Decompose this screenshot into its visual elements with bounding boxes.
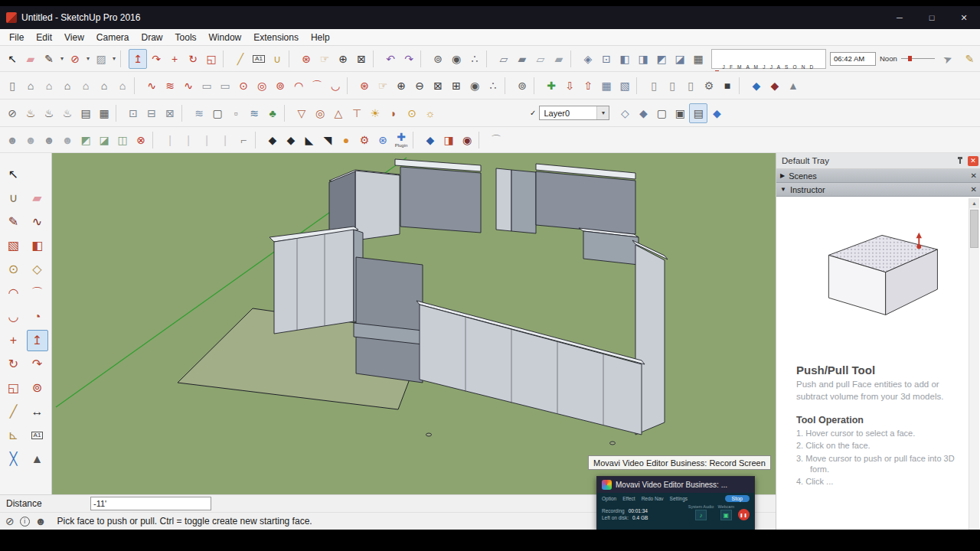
doc-b-button[interactable]: ▯ [663,76,681,96]
torus-button[interactable]: ◎ [311,103,329,123]
soften-edges-button[interactable]: ◇ [616,103,634,123]
spotlight-button[interactable]: ⊙ [403,103,421,123]
walk-b-button[interactable]: ∴ [484,76,502,96]
waves-button[interactable]: ≋ [245,103,263,123]
person-c-button[interactable]: ☻ [40,130,58,150]
warehouse-component-button[interactable]: ⌂ [40,76,58,96]
style-teapot-a-button[interactable]: ♨ [21,103,40,123]
palette-circle-button[interactable]: ⊙ [3,259,24,280]
panel-a-button[interactable]: ⊡ [124,103,142,123]
terrain-button[interactable]: ▲ [784,76,802,96]
plugin-button[interactable]: ✚Plugin [392,130,410,150]
color-cube-button[interactable]: ◨ [439,130,458,150]
menu-item[interactable]: Edit [30,29,58,46]
rotate-tool-button[interactable]: ↻ [184,49,202,69]
sandbox-b-button[interactable]: ◪ [95,130,113,150]
sun-button[interactable]: ☀ [366,103,384,123]
guide-d-button[interactable]: | [216,130,234,150]
left-view-button[interactable]: ◪ [671,49,689,69]
palette-offset-button[interactable]: ⊚ [27,377,48,399]
doc-c-button[interactable]: ▯ [681,76,700,96]
guide-c-button[interactable]: | [198,130,216,150]
wire-cube-button[interactable]: ▫ [227,103,245,123]
pin-icon[interactable] [956,157,964,165]
line-tool-dropdown-button[interactable]: ▾ [58,49,66,69]
section-plane-tool-button[interactable]: ▱ [495,49,513,69]
palette-rectangle-button[interactable]: ▧ [3,235,24,256]
edit-pencil-button[interactable]: ✎ [961,49,979,69]
zoom-extents-b-button[interactable]: ⊞ [447,76,466,96]
section-instructor[interactable]: ▼ Instructor ✕ [776,183,980,197]
movavi-menu-item[interactable]: Settings [670,496,688,501]
diamond-a-button[interactable]: ◆ [263,130,282,150]
viewport[interactable]: ↖∪▰✎∿▧◧⊙◇◠⌒◡◔+↥↻↷◱⊚╱↔⊾A1╳▲ [0,153,776,494]
funnel-button[interactable]: ▽ [292,103,311,123]
palette-axes-button[interactable]: ╳ [3,448,24,470]
shed-component-button[interactable]: ⌂ [77,76,95,96]
paint-bucket-tool-button[interactable]: ∪ [268,49,286,69]
camera-position-button[interactable]: ⊚ [513,76,531,96]
arc-panel-button[interactable]: ⌒ [487,130,505,150]
right-view-button[interactable]: ◨ [634,49,652,69]
menu-item[interactable]: Help [305,29,336,46]
rect-b-button[interactable]: ▭ [216,76,234,96]
palette-line-button[interactable]: ✎ [3,211,24,233]
movavi-menu-item[interactable]: Option [602,496,616,501]
settings-cube-button[interactable]: ⚙ [700,76,718,96]
palette-text-button[interactable]: A1 [27,425,48,446]
palette-rotate-button[interactable]: ↻ [3,354,24,375]
sandbox-c-button[interactable]: ◫ [113,130,132,150]
scenes-close-icon[interactable]: ✕ [971,171,977,180]
palette-move-button[interactable]: + [3,330,24,351]
zoom-extents-tool-button[interactable]: ⊠ [352,49,371,69]
style-teapot-c-button[interactable]: ♨ [58,103,77,123]
dark-cube-button[interactable]: ■ [718,76,737,96]
no-entry-button[interactable]: ⊗ [132,130,150,150]
cube-e-button[interactable]: ▦ [597,76,616,96]
palette-rotated-rectangle-button[interactable]: ◧ [27,235,48,256]
doc-a-button[interactable]: ▯ [645,76,663,96]
cabin-component-button[interactable]: ⌂ [95,76,113,96]
menu-item[interactable]: Window [203,29,248,46]
blue-shape-button[interactable]: ◆ [421,130,439,150]
zoom-tool-button[interactable]: ⊕ [334,49,352,69]
shadow-time-handle[interactable] [908,56,912,61]
hook-button[interactable]: ⌐ [234,130,253,150]
guide-b-button[interactable]: | [179,130,198,150]
pushpull-tool-button[interactable]: ↥ [129,49,147,69]
look-around-b-button[interactable]: ◉ [466,76,484,96]
movavi-title-bar[interactable]: Movavi Video Editor Business: ... [597,477,754,493]
movavi-recorder-window[interactable]: Movavi Video Editor Business: ... Option… [596,476,755,531]
palette-tape-measure-button[interactable]: ╱ [3,401,24,422]
palette-paint-bucket-button[interactable]: ∪ [3,187,24,209]
iso-view-button[interactable]: ◈ [579,49,597,69]
shadow-time-slider[interactable] [901,56,935,62]
walk-tool-button[interactable]: ∴ [466,49,484,69]
barn-component-button[interactable]: ⌂ [113,76,132,96]
fog-button[interactable]: ≋ [190,103,208,123]
arc-b-button[interactable]: ⌒ [308,76,326,96]
dome-button[interactable]: ◗ [384,103,403,123]
palette-eraser-button[interactable]: ▰ [27,187,48,209]
person-a-button[interactable]: ☻ [3,130,21,150]
arc-a-button[interactable]: ◠ [289,76,308,96]
palette-pushpull-button[interactable]: ↥ [27,330,48,351]
panel-lock-button[interactable]: ⊠ [161,103,179,123]
section-cut-toggle-button[interactable]: ▱ [531,49,550,69]
palette-freehand-button[interactable]: ∿ [27,211,48,233]
shaded-view-button[interactable]: ▤ [689,103,707,123]
orange-ball-button[interactable]: ● [337,130,355,150]
circle-a-button[interactable]: ⊙ [234,76,253,96]
new-page-button[interactable]: ▯ [3,76,21,96]
palette-dimension-button[interactable]: ↔ [27,401,48,422]
menu-item[interactable]: Tools [169,29,203,46]
table-panel-button[interactable]: ▦ [95,103,113,123]
add-location-button[interactable]: ✚ [542,76,560,96]
style-teapot-b-button[interactable]: ♨ [40,103,58,123]
style-none-button[interactable]: ⊘ [3,103,21,123]
scrollbar-thumb[interactable] [970,210,978,248]
shadow-month-slider[interactable]: J F M A M J J A S O N D [711,49,826,69]
menu-item[interactable]: Extensions [247,29,305,46]
scroll-up-arrow-icon[interactable]: ▲ [969,198,979,208]
minimize-button[interactable]: ─ [884,6,916,29]
